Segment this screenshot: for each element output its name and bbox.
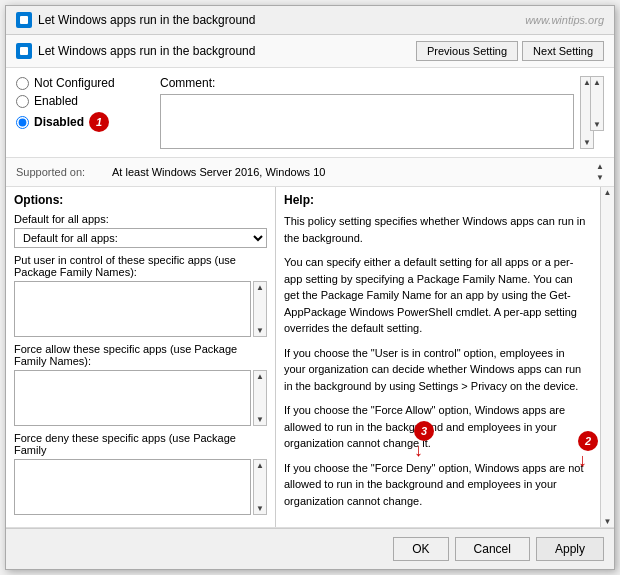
supported-row: Supported on: At least Windows Server 20… bbox=[6, 158, 614, 187]
options-help-row: Options: Default for all apps: Default f… bbox=[6, 187, 614, 528]
policy-dialog: Let Windows apps run in the background L… bbox=[5, 5, 615, 570]
comment-area: Comment: ▲ ▼ bbox=[156, 76, 594, 149]
header-icon bbox=[16, 43, 32, 59]
help-para-3: If you choose the "User is in control" o… bbox=[284, 345, 588, 395]
help-scroll-up[interactable]: ▲ bbox=[604, 188, 612, 197]
supported-value: At least Windows Server 2016, Windows 10 bbox=[112, 166, 325, 178]
header-left: Let Windows apps run in the background bbox=[16, 43, 255, 59]
cancel-button[interactable]: Cancel bbox=[455, 537, 530, 561]
svg-rect-1 bbox=[20, 47, 28, 55]
radio-group: Not Configured Enabled Disabled 1 bbox=[16, 76, 146, 149]
textarea2-scrollbar[interactable]: ▲ ▼ bbox=[253, 370, 267, 426]
t2-scroll-up[interactable]: ▲ bbox=[256, 372, 264, 381]
dropdown-row: Default for all apps: Default for all ap… bbox=[14, 213, 267, 248]
help-para-5: If you choose the "Force Deny" option, W… bbox=[284, 460, 588, 510]
t2-scroll-down[interactable]: ▼ bbox=[256, 415, 264, 424]
radio-not-configured[interactable]: Not Configured bbox=[16, 76, 146, 90]
textarea-group-3: Force deny these specific apps (use Pack… bbox=[14, 432, 267, 515]
textarea2-label: Force allow these specific apps (use Pac… bbox=[14, 343, 267, 367]
scroll-down-arrow[interactable]: ▼ bbox=[583, 138, 591, 147]
title-icon bbox=[16, 12, 32, 28]
comment-label: Comment: bbox=[160, 76, 574, 90]
badge-1: 1 bbox=[89, 112, 109, 132]
next-setting-button[interactable]: Next Setting bbox=[522, 41, 604, 61]
help-scroll-down[interactable]: ▼ bbox=[604, 517, 612, 526]
textarea1-label: Put user in control of these specific ap… bbox=[14, 254, 267, 278]
comment-textarea[interactable] bbox=[160, 94, 574, 149]
supported-label: Supported on: bbox=[16, 166, 106, 178]
footer: OK Cancel Apply bbox=[6, 528, 614, 569]
textarea3-label: Force deny these specific apps (use Pack… bbox=[14, 432, 267, 456]
help-para-2: You can specify either a default setting… bbox=[284, 254, 588, 337]
textarea-2[interactable] bbox=[14, 370, 251, 426]
help-para-4: If you choose the "Force Allow" option, … bbox=[284, 402, 588, 452]
nav-buttons: Previous Setting Next Setting bbox=[416, 41, 604, 61]
help-para-1: This policy setting specifies whether Wi… bbox=[284, 213, 588, 246]
scroll-down-icon[interactable]: ▼ bbox=[593, 120, 601, 129]
apply-button[interactable]: Apply bbox=[536, 537, 604, 561]
header-title: Let Windows apps run in the background bbox=[38, 44, 255, 58]
help-label: Help: bbox=[284, 193, 592, 207]
textarea1-scrollbar[interactable]: ▲ ▼ bbox=[253, 281, 267, 337]
t1-scroll-up[interactable]: ▲ bbox=[256, 283, 264, 292]
t1-scroll-down[interactable]: ▼ bbox=[256, 326, 264, 335]
scroll-up-icon[interactable]: ▲ bbox=[593, 78, 601, 87]
t3-scroll-up[interactable]: ▲ bbox=[256, 461, 264, 470]
top-section: Not Configured Enabled Disabled 1 Commen… bbox=[6, 68, 614, 158]
textarea-3[interactable] bbox=[14, 459, 251, 515]
textarea-group-1: Put user in control of these specific ap… bbox=[14, 254, 267, 337]
svg-rect-0 bbox=[20, 16, 28, 24]
radio-enabled[interactable]: Enabled bbox=[16, 94, 146, 108]
options-panel: Options: Default for all apps: Default f… bbox=[6, 187, 276, 527]
help-scrollbar[interactable]: ▲ ▼ bbox=[600, 187, 614, 527]
default-apps-dropdown[interactable]: Default for all apps: Force Allow Force … bbox=[14, 228, 267, 248]
right-scrollbar[interactable]: ▲ ▼ bbox=[590, 76, 604, 131]
header-row: Let Windows apps run in the background P… bbox=[6, 35, 614, 68]
textarea-1[interactable] bbox=[14, 281, 251, 337]
textarea3-scrollbar[interactable]: ▲ ▼ bbox=[253, 459, 267, 515]
main-content: Not Configured Enabled Disabled 1 Commen… bbox=[6, 68, 614, 528]
options-label: Options: bbox=[14, 193, 267, 207]
supported-scroll-down[interactable]: ▼ bbox=[596, 173, 604, 182]
title-bar: Let Windows apps run in the background bbox=[6, 6, 614, 35]
ok-button[interactable]: OK bbox=[393, 537, 448, 561]
supported-scroll-up[interactable]: ▲ bbox=[596, 162, 604, 171]
previous-setting-button[interactable]: Previous Setting bbox=[416, 41, 518, 61]
t3-scroll-down[interactable]: ▼ bbox=[256, 504, 264, 513]
radio-disabled[interactable]: Disabled 1 bbox=[16, 112, 146, 132]
textarea-group-2: Force allow these specific apps (use Pac… bbox=[14, 343, 267, 426]
dropdown-label: Default for all apps: bbox=[14, 213, 267, 225]
help-text: This policy setting specifies whether Wi… bbox=[284, 213, 592, 521]
help-panel: Help: This policy setting specifies whet… bbox=[276, 187, 600, 527]
dialog-title: Let Windows apps run in the background bbox=[38, 13, 255, 27]
